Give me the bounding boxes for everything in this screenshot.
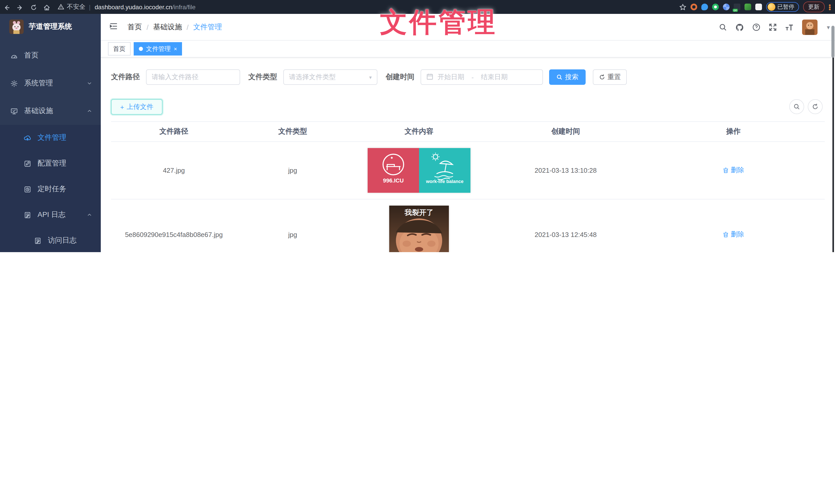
sidebar-item-label: 系统管理 <box>24 79 53 88</box>
api-log-icon <box>24 211 32 219</box>
browser-menu-icon[interactable]: ••• <box>829 4 831 10</box>
help-icon[interactable] <box>752 23 760 31</box>
reset-button[interactable]: 重置 <box>593 69 627 85</box>
file-path-input[interactable]: 请输入文件路径 <box>146 69 240 85</box>
refresh-table-button[interactable] <box>808 99 823 114</box>
font-size-icon[interactable] <box>785 23 794 31</box>
thumbnail-baby-meme-image[interactable]: 我裂开了 <box>389 205 449 252</box>
table-body: 427.jpgjpg996.ICUwork-life balance2021-0… <box>111 142 825 252</box>
sidebar-item-API 日志[interactable]: API 日志 <box>0 202 101 228</box>
table-row: 427.jpgjpg996.ICUwork-life balance2021-0… <box>111 142 825 199</box>
cell-file-content: 996.ICUwork-life balance <box>349 142 489 199</box>
search-button[interactable]: 搜索 <box>549 69 586 85</box>
chevron-up-icon <box>86 108 93 114</box>
user-avatar[interactable] <box>802 20 817 35</box>
profile-status: 已暂停 <box>777 3 794 11</box>
plus-icon: + <box>120 103 124 111</box>
sidebar-item-定时任务[interactable]: 定时任务 <box>0 176 101 202</box>
cell-file-content: 我裂开了 <box>349 199 489 252</box>
sidebar-item-访问日志[interactable]: 访问日志 <box>0 228 101 252</box>
profile-avatar <box>768 3 775 11</box>
sidebar-item-label: 配置管理 <box>38 159 66 168</box>
tab-文件管理[interactable]: 文件管理× <box>134 42 182 56</box>
address-bar[interactable]: 不安全 | dashboard.yudao.iocoder.cn/infra/f… <box>58 3 196 11</box>
sidebar-item-基础设施[interactable]: 基础设施 <box>0 97 101 125</box>
extension-icon-on-badge[interactable]: on <box>734 4 740 10</box>
extension-icon[interactable] <box>712 4 719 10</box>
column-header-文件路径: 文件路径 <box>111 122 237 142</box>
access-log-icon <box>34 237 42 245</box>
dashboard-icon <box>10 52 18 59</box>
scrollbar-track <box>832 58 834 252</box>
puzzle-extensions-icon[interactable] <box>755 4 762 10</box>
app-title: 芋道管理系统 <box>29 22 72 31</box>
close-tab-icon[interactable]: × <box>174 46 177 52</box>
breadcrumb: 首页/基础设施/文件管理 <box>127 23 222 32</box>
cell-file-path: 5e8609290e915c4fa8b08e67.jpg <box>111 199 237 252</box>
sidebar-logo-row[interactable]: 芋道管理系统 <box>0 14 101 40</box>
svg-text:我裂开了: 我裂开了 <box>404 208 433 216</box>
breadcrumb-item-基础设施[interactable]: 基础设施 <box>153 23 182 32</box>
breadcrumb-item-首页[interactable]: 首页 <box>127 23 142 32</box>
sidebar-item-label: 文件管理 <box>38 133 66 142</box>
thumbnail-996icu-image[interactable]: 996.ICUwork-life balance <box>368 148 470 193</box>
sidebar-item-label: API 日志 <box>38 210 65 219</box>
upload-file-button[interactable]: + 上传文件 <box>111 99 162 114</box>
file-table: 文件路径文件类型文件内容创建时间操作 427.jpgjpg996.ICUwork… <box>111 121 825 252</box>
home-icon[interactable] <box>40 3 54 11</box>
url-path: /infra/file <box>172 3 196 10</box>
date-start-placeholder: 开始日期 <box>437 72 464 82</box>
extension-icon[interactable] <box>691 4 697 10</box>
search-icon[interactable] <box>719 23 727 31</box>
cell-file-path: 427.jpg <box>111 142 237 199</box>
cell-created-time: 2021-03-13 12:45:48 <box>489 199 642 252</box>
sidebar-item-label: 访问日志 <box>48 236 77 245</box>
security-label: 不安全 <box>67 3 85 11</box>
sidebar-collapse-icon[interactable] <box>109 22 118 33</box>
scrollbar-thumb[interactable] <box>831 26 834 58</box>
delete-button[interactable]: 删除 <box>722 166 744 175</box>
reload-icon[interactable] <box>27 3 40 11</box>
toggle-search-button[interactable] <box>789 99 804 114</box>
table-header-row: 文件路径文件类型文件内容创建时间操作 <box>111 122 825 142</box>
not-secure-icon <box>58 4 64 10</box>
file-type-label: 文件类型 <box>248 72 277 82</box>
breadcrumb-item-文件管理: 文件管理 <box>193 23 222 32</box>
back-icon[interactable] <box>0 3 13 11</box>
sidebar-item-label: 首页 <box>24 51 39 60</box>
browser-extensions-area: on 已暂停 更新 ••• <box>679 2 835 12</box>
column-header-文件内容: 文件内容 <box>349 122 489 142</box>
navbar-actions: ▼ <box>719 14 831 41</box>
extension-icon[interactable] <box>745 4 751 10</box>
tab-首页[interactable]: 首页 <box>108 42 130 56</box>
forward-icon[interactable] <box>13 3 27 11</box>
browser-update-button[interactable]: 更新 <box>803 2 825 12</box>
date-range-picker[interactable]: 开始日期 - 结束日期 <box>421 69 543 85</box>
file-type-select[interactable]: 请选择文件类型▾ <box>283 69 378 85</box>
github-icon[interactable] <box>735 23 744 31</box>
sidebar-item-label: 定时任务 <box>38 185 66 194</box>
fullscreen-icon[interactable] <box>769 23 777 31</box>
delete-button[interactable]: 删除 <box>722 230 744 239</box>
user-menu-caret-icon[interactable]: ▼ <box>826 24 831 30</box>
app-logo <box>9 20 24 34</box>
chevron-up-icon <box>86 212 93 218</box>
browser-profile-chip[interactable]: 已暂停 <box>766 2 799 12</box>
extension-icon[interactable] <box>701 4 708 10</box>
chevron-down-icon: ▾ <box>369 74 372 80</box>
breadcrumb-separator: / <box>146 23 148 31</box>
bookmark-star-icon[interactable] <box>679 2 687 12</box>
sidebar-item-配置管理[interactable]: 配置管理 <box>0 151 101 176</box>
file-cloud-icon <box>24 134 32 142</box>
sidebar-item-label: 基础设施 <box>24 106 53 115</box>
cell-file-type: jpg <box>237 199 349 252</box>
column-header-创建时间: 创建时间 <box>489 122 642 142</box>
column-header-文件类型: 文件类型 <box>237 122 349 142</box>
calendar-icon <box>426 73 433 82</box>
cell-file-type: jpg <box>237 142 349 199</box>
sidebar-item-系统管理[interactable]: 系统管理 <box>0 69 101 97</box>
sidebar-item-文件管理[interactable]: 文件管理 <box>0 125 101 151</box>
extension-icon[interactable] <box>723 4 730 10</box>
sidebar-item-首页[interactable]: 首页 <box>0 42 101 69</box>
job-icon <box>24 185 32 193</box>
